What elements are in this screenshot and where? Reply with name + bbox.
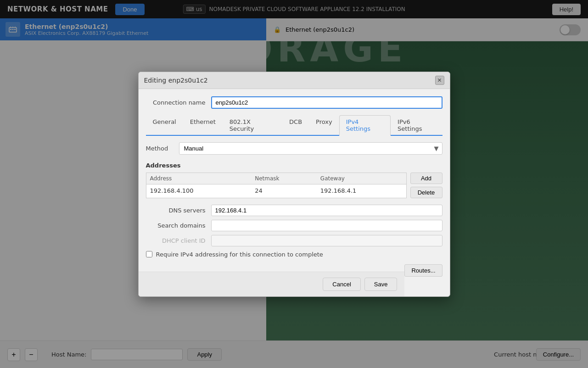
search-domains-input[interactable] [211, 220, 442, 231]
require-ipv4-row: Require IPv4 addressing for this connect… [146, 251, 442, 258]
address-row[interactable]: 192.168.4.100 24 192.168.4.1 [146, 184, 406, 197]
save-button[interactable]: Save [364, 278, 398, 291]
address-table-wrapper: Address Netmask Gateway 192.168.4.100 24… [146, 173, 407, 198]
dns-label: DNS servers [146, 207, 206, 214]
method-row: Method Automatic (DHCP) Manual Link-Loca… [146, 142, 442, 155]
tab-ethernet[interactable]: Ethernet [183, 115, 223, 135]
routes-button[interactable]: Routes... [404, 264, 442, 277]
dialog-title: Editing enp2s0u1c2 [144, 77, 208, 84]
address-table: Address Netmask Gateway 192.168.4.100 24… [146, 173, 406, 197]
tabs: General Ethernet 802.1X Security DCB Pro… [146, 115, 442, 136]
search-domains-label: Search domains [146, 222, 206, 229]
editing-dialog: Editing enp2s0u1c2 ✕ Connection name Gen… [138, 72, 450, 297]
search-domains-row: Search domains [146, 220, 442, 231]
tab-ipv4[interactable]: IPv4 Settings [339, 115, 391, 136]
tab-dcb[interactable]: DCB [282, 115, 309, 135]
gateway-cell: 192.168.4.1 [317, 184, 406, 197]
connection-name-row: Connection name [146, 96, 442, 109]
method-label: Method [146, 145, 174, 152]
dialog-close-button[interactable]: ✕ [435, 76, 444, 85]
method-select-wrapper: Automatic (DHCP) Manual Link-Local Only … [179, 142, 442, 155]
connection-name-input[interactable] [211, 96, 442, 109]
addresses-title: Addresses [146, 162, 442, 169]
dialog-titlebar: Editing enp2s0u1c2 ✕ [139, 72, 450, 89]
dhcp-client-input[interactable] [211, 235, 442, 246]
address-cell: 192.168.4.100 [146, 184, 252, 197]
netmask-cell: 24 [251, 184, 317, 197]
dhcp-client-row: DHCP client ID [146, 235, 442, 246]
address-buttons: Add Delete [410, 173, 442, 198]
dialog-body: Connection name General Ethernet 802.1X … [139, 89, 450, 272]
tab-general[interactable]: General [146, 115, 183, 135]
dns-row: DNS servers [146, 205, 442, 216]
tab-security[interactable]: 802.1X Security [223, 115, 282, 135]
col-netmask: Netmask [251, 173, 317, 184]
require-ipv4-checkbox[interactable] [146, 251, 152, 257]
dhcp-client-label: DHCP client ID [146, 237, 206, 244]
tab-ipv6[interactable]: IPv6 Settings [391, 115, 442, 135]
modal-overlay: Editing enp2s0u1c2 ✕ Connection name Gen… [0, 0, 588, 368]
method-select[interactable]: Automatic (DHCP) Manual Link-Local Only … [179, 142, 442, 155]
dns-input[interactable] [211, 205, 442, 216]
dialog-footer: Cancel Save [139, 272, 405, 296]
require-ipv4-label: Require IPv4 addressing for this connect… [156, 251, 323, 258]
col-gateway: Gateway [317, 173, 406, 184]
addresses-container: Address Netmask Gateway 192.168.4.100 24… [146, 173, 442, 198]
tab-proxy[interactable]: Proxy [309, 115, 339, 135]
connection-name-label: Connection name [146, 99, 206, 106]
col-address: Address [146, 173, 252, 184]
cancel-button[interactable]: Cancel [323, 278, 360, 291]
add-address-button[interactable]: Add [410, 173, 442, 184]
delete-address-button[interactable]: Delete [410, 187, 442, 198]
